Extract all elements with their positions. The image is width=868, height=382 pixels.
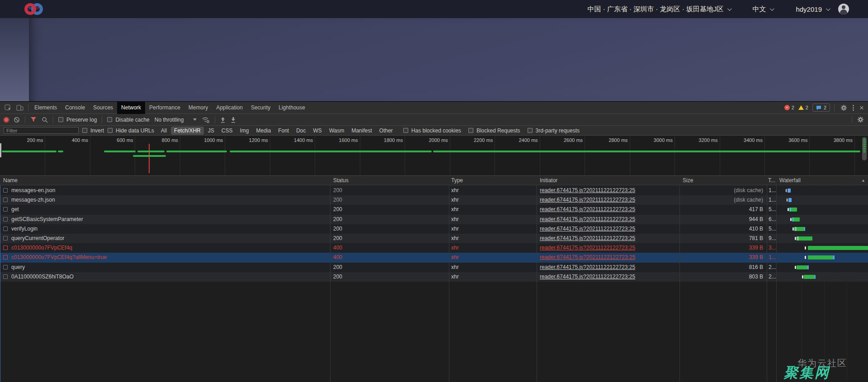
network-settings-gear-icon[interactable] — [857, 116, 864, 123]
blocked-requests-control[interactable]: Blocked Requests — [468, 127, 520, 134]
request-checkbox[interactable] — [3, 236, 8, 241]
tab-elements[interactable]: Elements — [30, 102, 61, 114]
initiator-link[interactable]: reader.6744175.js?20211122122723:25 — [540, 224, 675, 234]
blocked-requests-checkbox[interactable] — [468, 128, 473, 133]
request-checkbox[interactable] — [3, 207, 8, 212]
has-blocked-cookies-control[interactable]: Has blocked cookies — [403, 127, 461, 134]
request-checkbox[interactable] — [3, 265, 8, 269]
filter-type-other[interactable]: Other — [376, 127, 396, 135]
third-party-requests-checkbox[interactable] — [528, 128, 533, 133]
table-row[interactable]: get200xhrreader.6744175.js?2021112212272… — [0, 205, 868, 214]
filter-type-all[interactable]: All — [158, 127, 170, 135]
settings-gear-icon[interactable] — [840, 104, 847, 111]
filter-type-css[interactable]: CSS — [218, 127, 236, 135]
table-row[interactable]: 0A11000000SZ6hiT8OaO200xhrreader.6744175… — [0, 272, 868, 282]
preserve-log-control[interactable]: Preserve log — [58, 117, 97, 123]
filter-funnel-icon[interactable] — [30, 117, 37, 123]
filter-type-js[interactable]: JS — [205, 127, 217, 135]
network-conditions-icon[interactable] — [202, 117, 210, 123]
table-row[interactable]: c013000000o7FVpCEf4q400xhrreader.6744175… — [0, 243, 868, 253]
tab-sources[interactable]: Sources — [89, 102, 117, 114]
inspect-element-icon[interactable] — [5, 104, 12, 111]
tab-performance[interactable]: Performance — [145, 102, 184, 114]
tab-application[interactable]: Application — [212, 102, 247, 114]
filter-type-ws[interactable]: WS — [310, 127, 325, 135]
column-header-t[interactable]: T... — [768, 176, 775, 185]
warning-badge[interactable]: 2 — [798, 105, 808, 110]
column-header-name[interactable]: Name — [3, 176, 18, 185]
table-row[interactable]: messages-zh.json200xhrreader.6744175.js?… — [0, 195, 868, 205]
initiator-link[interactable]: reader.6744175.js?20211122122723:25 — [540, 243, 675, 253]
throttling-dropdown[interactable]: No throttling — [155, 117, 197, 123]
preserve-log-checkbox[interactable] — [58, 117, 63, 122]
table-row[interactable]: query200xhrreader.6744175.js?20211122122… — [0, 263, 868, 272]
table-row[interactable]: queryCurrentOperator200xhrreader.6744175… — [0, 234, 868, 243]
hide-data-urls-checkbox[interactable] — [108, 128, 113, 133]
request-checkbox[interactable] — [3, 274, 8, 279]
request-checkbox[interactable] — [3, 226, 8, 231]
initiator-link[interactable]: reader.6744175.js?20211122122723:25 — [540, 263, 675, 272]
disable-cache-control[interactable]: Disable cache — [107, 117, 149, 123]
column-header-initiator[interactable]: Initiator — [540, 176, 557, 185]
vertical-scrollbar-thumb[interactable] — [862, 137, 867, 160]
filter-type-doc[interactable]: Doc — [293, 127, 309, 135]
table-row[interactable]: messages-en.json200xhrreader.6744175.js?… — [0, 186, 868, 195]
initiator-link[interactable]: reader.6744175.js?20211122122723:25 — [540, 186, 675, 195]
request-checkbox[interactable] — [3, 217, 8, 222]
filter-type-font[interactable]: Font — [275, 127, 292, 135]
disable-cache-checkbox[interactable] — [107, 117, 112, 122]
request-checkbox[interactable] — [3, 198, 8, 202]
invert-control[interactable]: Invert — [82, 127, 104, 134]
filter-type-media[interactable]: Media — [253, 127, 274, 135]
table-row[interactable]: getSCBasicSystemParameter200xhrreader.67… — [0, 215, 868, 224]
user-menu[interactable]: hdy2019 — [796, 5, 829, 13]
table-row[interactable]: verifyLogin200xhrreader.6744175.js?20211… — [0, 224, 868, 234]
clear-network-log-icon[interactable] — [14, 117, 20, 123]
hide-data-urls-control[interactable]: Hide data URLs — [108, 127, 154, 134]
filter-type-manifest[interactable]: Manifest — [348, 127, 375, 135]
search-icon[interactable] — [42, 117, 48, 123]
error-badge[interactable]: × 2 — [784, 105, 794, 110]
has-blocked-cookies-checkbox[interactable] — [403, 128, 408, 133]
column-header-size[interactable]: Size — [683, 176, 693, 185]
sort-ascending-icon[interactable]: ▲ — [861, 176, 865, 185]
import-har-icon[interactable] — [220, 117, 226, 123]
brand-logo-icon[interactable] — [24, 2, 43, 16]
initiator-link[interactable]: reader.6744175.js?20211122122723:25 — [540, 253, 675, 262]
initiator-link[interactable]: reader.6744175.js?20211122122723:25 — [540, 215, 675, 224]
export-har-icon[interactable] — [231, 117, 236, 123]
issues-badge[interactable]: 2 — [812, 104, 830, 112]
tab-security[interactable]: Security — [247, 102, 274, 114]
language-selector[interactable]: 中文 — [752, 5, 773, 14]
close-devtools-icon[interactable]: × — [859, 104, 864, 112]
initiator-link[interactable]: reader.6744175.js?20211122122723:25 — [540, 234, 675, 243]
filter-type-wasm[interactable]: Wasm — [326, 127, 348, 135]
third-party-requests-control[interactable]: 3rd-party requests — [528, 127, 580, 134]
initiator-link[interactable]: reader.6744175.js?20211122122723:25 — [540, 272, 675, 282]
column-header-waterfall[interactable]: Waterfall — [779, 176, 801, 185]
tab-memory[interactable]: Memory — [184, 102, 212, 114]
tab-network[interactable]: Network — [117, 102, 145, 114]
request-checkbox[interactable] — [3, 188, 8, 193]
request-checkbox[interactable] — [3, 245, 8, 250]
column-header-status[interactable]: Status — [333, 176, 349, 185]
tab-console[interactable]: Console — [61, 102, 89, 114]
initiator-link[interactable]: reader.6744175.js?20211122122723:25 — [540, 205, 675, 214]
record-network-log-icon[interactable] — [4, 118, 9, 122]
request-checkbox[interactable] — [3, 255, 8, 259]
filter-input[interactable] — [4, 127, 79, 134]
invert-checkbox[interactable] — [82, 128, 87, 133]
location-selector[interactable]: 中国 · 广东省 · 深圳市 · 龙岗区 · 坂田基地J区 — [588, 5, 731, 14]
avatar[interactable] — [838, 4, 849, 14]
overview-brush-handle[interactable] — [0, 143, 1, 157]
devtools-tabs: ElementsConsoleSourcesNetworkPerformance… — [30, 102, 309, 114]
device-toolbar-icon[interactable] — [16, 104, 24, 111]
table-row[interactable]: c013000000o7FVpCEf4q?allMenu=true400xhrr… — [0, 253, 868, 262]
filter-type-fetch-xhr[interactable]: Fetch/XHR — [171, 127, 204, 135]
initiator-link[interactable]: reader.6744175.js?20211122122723:25 — [540, 195, 675, 205]
more-options-icon[interactable] — [851, 105, 855, 111]
network-overview-timeline[interactable]: 200 ms400 ms600 ms800 ms1000 ms1200 ms14… — [0, 136, 868, 176]
column-header-type[interactable]: Type — [451, 176, 463, 185]
filter-type-img[interactable]: Img — [236, 127, 252, 135]
tab-lighthouse[interactable]: Lighthouse — [274, 102, 309, 114]
